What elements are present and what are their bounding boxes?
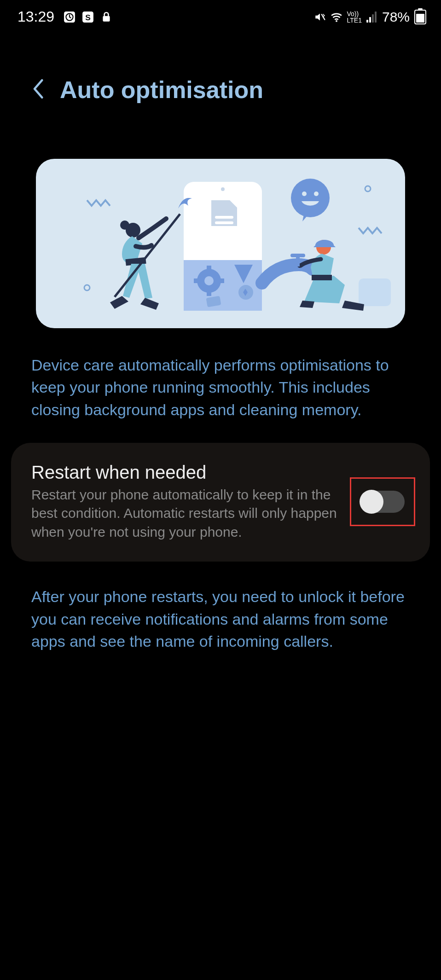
svg-rect-13 (215, 221, 233, 224)
signal-icon (366, 12, 377, 23)
svg-rect-30 (359, 278, 391, 306)
svg-point-23 (291, 179, 330, 217)
svg-rect-34 (296, 256, 300, 267)
svg-text:S: S (85, 12, 91, 22)
back-button[interactable] (31, 78, 44, 102)
restart-when-needed-card[interactable]: Restart when needed Restart your phone a… (11, 443, 430, 562)
svg-rect-12 (215, 216, 233, 219)
toggle-thumb (360, 490, 383, 514)
cleaning-illustration (36, 159, 405, 328)
svg-rect-32 (312, 275, 332, 280)
page-header: Auto optimisation (0, 29, 441, 117)
restart-toggle[interactable] (360, 491, 405, 513)
mute-vibrate-icon (314, 11, 326, 23)
wifi-icon (331, 11, 342, 23)
svg-rect-35 (290, 254, 305, 257)
footer-note: After your phone restarts, you need to u… (0, 562, 441, 652)
s-app-icon: S (82, 11, 94, 23)
svg-rect-17 (207, 291, 211, 296)
svg-rect-4 (103, 16, 110, 21)
svg-point-27 (120, 220, 129, 230)
svg-point-24 (302, 191, 307, 196)
status-right: Vo)) LTE1 78% (314, 9, 426, 25)
clock-app-icon (64, 11, 75, 23)
svg-rect-16 (207, 266, 211, 270)
description-text: Device care automatically performs optim… (0, 328, 441, 421)
svg-rect-18 (194, 278, 198, 283)
page-title: Auto optimisation (60, 76, 263, 104)
status-bar: 13:29 S Vo)) LTE1 78% (0, 0, 441, 29)
restart-subtitle: Restart your phone automatically to keep… (31, 486, 341, 542)
lock-icon (100, 11, 112, 23)
svg-rect-19 (220, 278, 224, 283)
svg-point-25 (314, 191, 319, 196)
svg-point-15 (204, 276, 214, 285)
network-label: Vo)) LTE1 (347, 11, 362, 23)
restart-text-block: Restart when needed Restart your phone a… (31, 462, 341, 542)
toggle-highlight-box (350, 477, 415, 526)
svg-point-8 (365, 186, 371, 191)
restart-title: Restart when needed (31, 462, 341, 483)
svg-point-6 (336, 20, 337, 22)
status-left: 13:29 S (17, 8, 112, 25)
battery-icon (414, 10, 426, 24)
svg-point-10 (221, 187, 225, 191)
battery-percent: 78% (382, 9, 410, 25)
status-time: 13:29 (17, 8, 54, 25)
svg-point-7 (84, 285, 90, 290)
illustration-card (36, 159, 405, 328)
